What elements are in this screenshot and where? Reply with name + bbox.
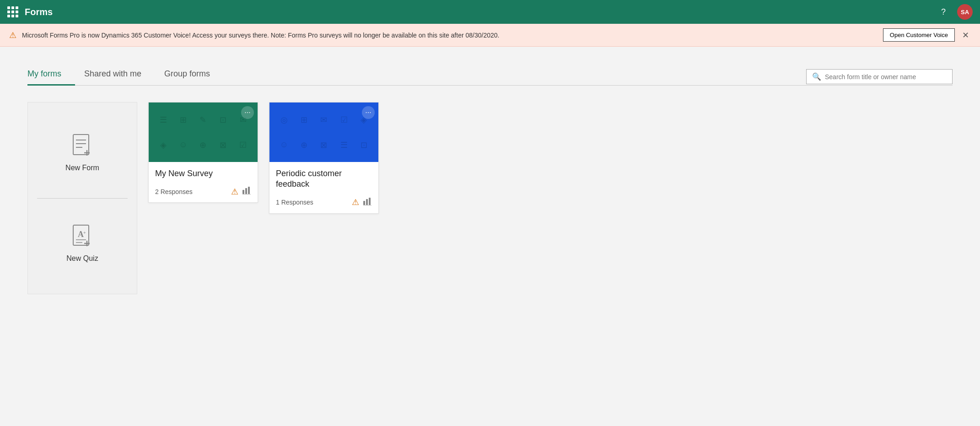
tab-shared-with-me[interactable]: Shared with me: [84, 65, 155, 86]
responses-count-0: 2 Responses: [155, 188, 193, 195]
open-customer-voice-button[interactable]: Open Customer Voice: [883, 28, 955, 42]
responses-count-1: 1 Responses: [276, 199, 313, 206]
form-card-1[interactable]: ◎ ⊞ ✉ ☑ ◈ ☺ ⊕ ⊠ ☰ ⊡ ··· Periodic custome…: [269, 102, 379, 214]
new-form-section[interactable]: New Form: [28, 102, 137, 198]
form-card-thumbnail-1: ◎ ⊞ ✉ ☑ ◈ ☺ ⊕ ⊠ ☰ ⊡ ···: [269, 102, 378, 162]
svg-rect-14: [245, 188, 247, 194]
new-quiz-section[interactable]: A + New Quiz: [28, 199, 137, 294]
app-title: Forms: [25, 7, 53, 17]
tab-group-forms[interactable]: Group forms: [164, 65, 224, 86]
form-card-footer-0: 2 Responses ⚠: [149, 183, 258, 202]
main-content: My forms Shared with me Group forms 🔍: [0, 47, 980, 313]
new-form-icon: [71, 134, 93, 159]
search-box: 🔍: [806, 69, 953, 84]
form-card-footer-1: 1 Responses ⚠: [269, 194, 378, 213]
form-card-title-1: Periodic customer feedback: [276, 168, 372, 190]
form-card-title-0: My New Survey: [155, 168, 251, 179]
svg-rect-15: [248, 187, 250, 194]
app-header: Forms ? SA: [0, 0, 980, 24]
banner-warning-icon: ⚠: [9, 30, 16, 40]
new-quiz-label: New Quiz: [66, 254, 98, 263]
new-quiz-icon: A +: [71, 224, 93, 250]
header-right: ? SA: [937, 4, 973, 20]
search-input[interactable]: [825, 73, 947, 81]
svg-rect-13: [242, 190, 244, 194]
form-card-more-button-1[interactable]: ···: [362, 106, 375, 119]
form-card-body-0: My New Survey: [149, 162, 258, 183]
form-card-thumbnail-0: ☰ ⊞ ✎ ⊡ ✉ ◈ ☺ ⊕ ⊠ ☑ ···: [149, 102, 258, 162]
tabs-bar: My forms Shared with me Group forms 🔍: [27, 65, 953, 86]
svg-rect-19: [369, 198, 371, 205]
new-item-card[interactable]: New Form A + New Quiz: [27, 102, 137, 294]
footer-icons-1: ⚠: [352, 197, 372, 208]
chart-icon-0[interactable]: [242, 186, 251, 197]
banner-message: Microsoft Forms Pro is now Dynamics 365 …: [22, 32, 878, 39]
waffle-menu-icon[interactable]: [7, 6, 18, 17]
header-left: Forms: [7, 6, 53, 17]
avatar[interactable]: SA: [957, 4, 973, 20]
tab-my-forms[interactable]: My forms: [27, 65, 75, 86]
form-card-body-1: Periodic customer feedback: [269, 162, 378, 194]
form-card-more-button-0[interactable]: ···: [241, 106, 254, 119]
close-banner-icon[interactable]: ✕: [960, 30, 971, 40]
svg-text:+: +: [83, 230, 86, 235]
search-icon: 🔍: [812, 72, 821, 81]
warning-icon-1: ⚠: [352, 197, 359, 207]
new-form-label: New Form: [65, 164, 99, 172]
svg-rect-18: [366, 199, 368, 205]
chart-icon-1[interactable]: [363, 197, 372, 208]
cards-area: New Form A + New Quiz: [27, 102, 953, 294]
notification-banner: ⚠ Microsoft Forms Pro is now Dynamics 36…: [0, 24, 980, 47]
help-icon[interactable]: ?: [937, 5, 950, 18]
warning-icon-0: ⚠: [231, 187, 238, 197]
form-card-0[interactable]: ☰ ⊞ ✎ ⊡ ✉ ◈ ☺ ⊕ ⊠ ☑ ··· My New Survey 2 …: [148, 102, 258, 203]
svg-rect-17: [363, 201, 365, 205]
footer-icons-0: ⚠: [231, 186, 251, 197]
